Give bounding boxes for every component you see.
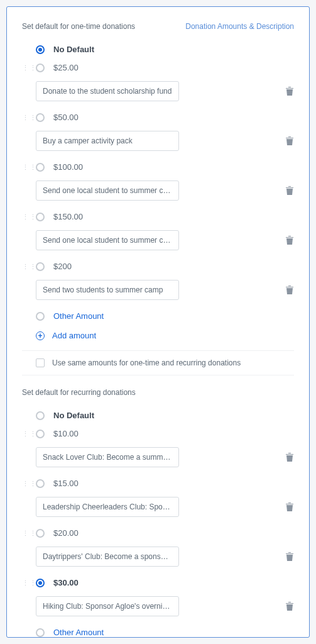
radio-icon[interactable] [36,163,45,172]
radio-icon[interactable] [36,262,45,271]
description-input[interactable]: Hiking Club: Sponsor Agloe's overnight b… [36,596,179,616]
onetime-no-default-row[interactable]: No Default [22,45,294,54]
no-default-label: No Default [53,45,94,54]
amount-label: $150.00 [53,212,83,221]
drag-handle-icon[interactable]: ⋮⋮ [22,265,28,269]
delete-amount-icon[interactable] [285,452,294,462]
recurring-description-row: Daytrippers' Club: Become a sponsor of A… [22,547,294,567]
plus-circle-icon: + [36,331,45,340]
amount-label: $15.00 [53,479,79,488]
delete-amount-icon[interactable] [285,601,294,611]
drag-handle-icon[interactable]: ⋮⋮ [22,482,28,486]
same-amounts-row[interactable]: Use same amounts for one-time and recurr… [22,350,294,375]
description-input[interactable]: Daytrippers' Club: Become a sponsor of A… [36,547,179,567]
onetime-amount-row[interactable]: ⋮⋮$100.00 [22,162,294,172]
delete-amount-icon[interactable] [285,186,294,196]
onetime-other-row[interactable]: Other Amount [22,311,294,321]
recurring-amount-row[interactable]: ⋮⋮$30.00 [22,578,294,587]
no-default-label: No Default [53,411,94,420]
recurring-other-row[interactable]: Other Amount [22,628,294,637]
delete-amount-icon[interactable] [285,136,294,146]
add-amount-label: Add amount [52,331,96,340]
onetime-description-row: Send one local student to summer camp [22,180,294,201]
radio-selected-icon[interactable] [36,45,45,54]
description-input[interactable]: Donate to the student scholarship fund [36,81,179,101]
description-input[interactable]: Send two students to summer camp [36,280,179,300]
recurring-amount-row[interactable]: ⋮⋮$15.00 [22,479,294,488]
amount-label: $30.00 [53,578,79,587]
radio-icon[interactable] [36,113,45,122]
radio-icon[interactable] [36,529,45,538]
onetime-description-row: Send two students to summer camp [22,280,294,300]
description-input[interactable]: Send one local student to summer camp an… [36,230,179,250]
onetime-amount-row[interactable]: ⋮⋮$50.00 [22,113,294,122]
card-header: Set default for one-time donations Donat… [22,22,294,31]
amount-label: $10.00 [53,429,79,438]
drag-handle-icon[interactable]: ⋮⋮ [22,66,28,70]
delete-amount-icon[interactable] [285,86,294,96]
recurring-description-row: Snack Lover Club: Become a summer camp s… [22,447,294,467]
description-input[interactable]: Leadership Cheerleaders Club: Sponsor th… [36,497,179,517]
same-amounts-label: Use same amounts for one-time and recurr… [52,358,241,367]
recurring-section-label: Set default for recurring donations [22,388,294,397]
recurring-amount-row[interactable]: ⋮⋮$10.00 [22,429,294,438]
drag-handle-icon[interactable]: ⋮⋮ [22,165,28,169]
radio-icon[interactable] [36,213,45,221]
description-input[interactable]: Buy a camper activity pack [36,131,179,151]
delete-amount-icon[interactable] [285,502,294,512]
radio-icon[interactable] [36,579,45,587]
onetime-description-row: Send one local student to summer camp an… [22,230,294,250]
radio-icon[interactable] [36,479,45,488]
onetime-section-label: Set default for one-time donations [22,22,135,31]
recurring-amount-row[interactable]: ⋮⋮$20.00 [22,528,294,538]
delete-amount-icon[interactable] [285,552,294,562]
radio-icon[interactable] [36,430,45,438]
drag-handle-icon[interactable]: ⋮⋮ [22,581,28,585]
amount-label: $100.00 [53,162,83,172]
drag-handle-icon[interactable]: ⋮⋮ [22,215,28,219]
recurring-description-row: Leadership Cheerleaders Club: Sponsor th… [22,497,294,517]
onetime-amount-row[interactable]: ⋮⋮$25.00 [22,63,294,72]
drag-handle-icon[interactable]: ⋮⋮ [22,531,28,535]
radio-icon[interactable] [36,312,45,321]
amount-label: $50.00 [53,113,79,122]
onetime-amount-row[interactable]: ⋮⋮$150.00 [22,212,294,221]
radio-icon[interactable] [36,411,45,420]
amount-label: $25.00 [53,63,79,72]
other-amount-label: Other Amount [53,628,104,637]
description-input[interactable]: Send one local student to summer camp [36,180,179,201]
delete-amount-icon[interactable] [285,235,294,245]
onetime-add-amount-button[interactable]: + Add amount [22,331,294,340]
description-input[interactable]: Snack Lover Club: Become a summer camp s… [36,447,179,467]
recurring-description-row: Hiking Club: Sponsor Agloe's overnight b… [22,596,294,616]
onetime-amount-row[interactable]: ⋮⋮$200 [22,262,294,271]
checkbox-icon[interactable] [36,358,45,367]
amount-label: $200 [53,262,72,271]
delete-amount-icon[interactable] [285,285,294,295]
amount-label: $20.00 [53,528,79,538]
donation-amounts-card: Set default for one-time donations Donat… [6,6,310,638]
onetime-description-row: Donate to the student scholarship fund [22,81,294,101]
radio-icon[interactable] [36,628,45,637]
radio-icon[interactable] [36,64,45,72]
other-amount-label: Other Amount [53,311,104,321]
drag-handle-icon[interactable]: ⋮⋮ [22,116,28,119]
recurring-no-default-row[interactable]: No Default [22,411,294,420]
card-title: Donation Amounts & Description [185,22,294,31]
onetime-description-row: Buy a camper activity pack [22,131,294,151]
drag-handle-icon[interactable]: ⋮⋮ [22,432,28,436]
